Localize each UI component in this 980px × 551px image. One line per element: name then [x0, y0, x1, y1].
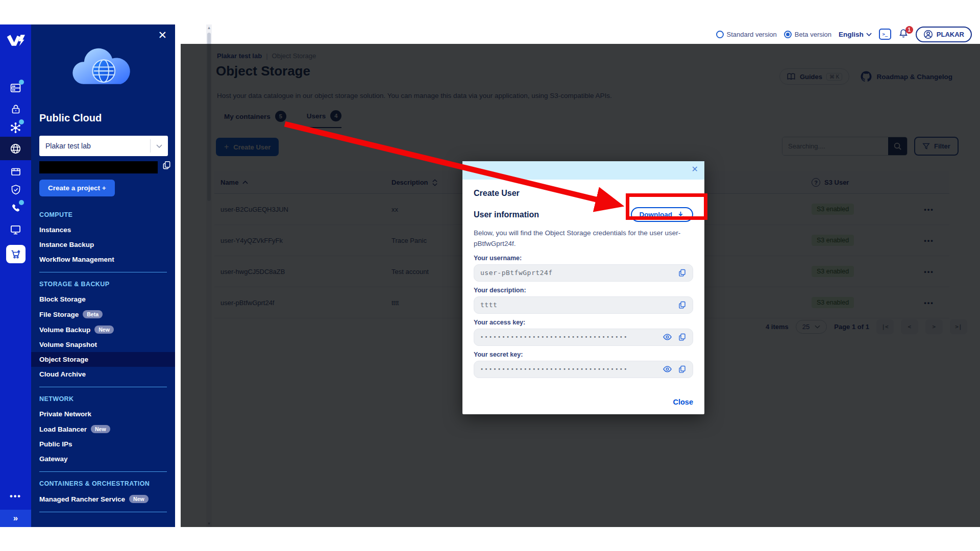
sidebar-item-private-network[interactable]: Private Network — [31, 407, 175, 421]
user-icon — [923, 30, 933, 39]
nav-item-label: File Storage — [39, 311, 79, 318]
sidebar-item-storage-box[interactable] — [0, 161, 31, 182]
rail-more-button[interactable]: ••• — [0, 486, 31, 507]
notification-dot — [19, 119, 24, 124]
credential-field: •••••••••••••••••••••••••••••••••• — [474, 329, 693, 346]
sidebar-item-public-cloud[interactable] — [0, 137, 31, 160]
nav-item-label: Managed Rancher Service — [39, 495, 125, 503]
project-selector-value: Plakar test lab — [39, 142, 150, 150]
reveal-button[interactable] — [663, 366, 672, 372]
nav-item-label: Instance Backup — [39, 241, 94, 248]
project-id-redacted — [39, 161, 158, 173]
nav-divider — [39, 272, 167, 272]
sidebar-item-block-storage[interactable]: Block Storage — [31, 292, 175, 307]
nav-divider — [39, 512, 167, 512]
ovh-logo[interactable] — [0, 24, 31, 56]
sidebar-item-volume-backup[interactable]: Volume BackupNew — [31, 322, 175, 337]
sidebar-item-object-storage[interactable]: Object Storage — [31, 352, 175, 367]
sidebar-item-instance-backup[interactable]: Instance Backup — [31, 237, 175, 252]
rail-expand-button[interactable]: » — [0, 510, 31, 527]
nav-item-label: Instances — [39, 226, 71, 234]
beta-version-label: Beta version — [795, 31, 831, 38]
nav-item-label: Load Balancer — [39, 425, 87, 433]
icon-rail: ••• » — [0, 24, 31, 527]
copy-button[interactable] — [678, 333, 687, 341]
reveal-button[interactable] — [663, 334, 672, 340]
credential-value: •••••••••••••••••••••••••••••••••• — [480, 366, 657, 372]
radio-checked-icon — [784, 31, 792, 38]
nav-item-label: Block Storage — [39, 295, 86, 303]
sidebar-item-load-balancer[interactable]: Load BalancerNew — [31, 421, 175, 437]
copy-icon[interactable] — [162, 160, 172, 172]
sidebar-item-shield[interactable] — [0, 180, 31, 200]
credential-label: Your access key: — [474, 319, 693, 326]
app-window: ••• » ✕ — [0, 24, 980, 527]
sidebar-item-instances[interactable]: Instances — [31, 222, 175, 237]
download-icon — [677, 211, 684, 218]
sidebar-item-hosting[interactable] — [0, 78, 31, 98]
top-header-bar: Standard version Beta version English >_… — [181, 24, 980, 44]
sidebar-item-workflow-management[interactable]: Workflow Management — [31, 252, 175, 267]
sidebar-item-cart[interactable] — [0, 244, 31, 264]
scroll-up-icon[interactable]: ▲ — [207, 26, 211, 30]
sidebar-item-security[interactable] — [0, 99, 31, 119]
terminal-icon[interactable]: >_ — [879, 29, 891, 40]
credential-label: Your username: — [474, 255, 693, 262]
download-button[interactable]: Download — [631, 207, 694, 222]
modal-section-title: User information — [474, 210, 539, 219]
sidebar-item-gateway[interactable]: Gateway — [31, 452, 175, 466]
sidebar-item-file-storage[interactable]: File StorageBeta — [31, 307, 175, 322]
sidebar-item-managed-rancher-service[interactable]: Managed Rancher ServiceNew — [31, 491, 175, 507]
sidebar-item-public-ips[interactable]: Public IPs — [31, 437, 175, 452]
notifications-button[interactable]: 1 — [898, 28, 909, 41]
sidebar: ✕ — [31, 24, 175, 527]
nav-item-badge: Beta — [83, 310, 103, 318]
nav-item-label: Volume Backup — [39, 326, 90, 334]
nav-divider — [39, 387, 167, 387]
sidebar-item-volume-snapshot[interactable]: Volume Snapshot — [31, 337, 175, 352]
nav-section-heading: COMPUTE — [31, 204, 175, 222]
cart-plus-icon — [6, 245, 26, 263]
nav-section-heading: NETWORK — [31, 388, 175, 407]
beta-version-radio[interactable]: Beta version — [784, 31, 831, 38]
create-project-button[interactable]: Create a project + — [39, 180, 115, 196]
copy-icon — [678, 333, 687, 341]
nav-item-label: Volume Snapshot — [39, 341, 97, 348]
nav-item-badge: New — [129, 495, 149, 503]
modal-close-icon[interactable]: ✕ — [692, 165, 698, 173]
copy-button[interactable] — [678, 365, 687, 373]
modal-header-strip: ✕ — [462, 161, 704, 180]
nav-item-label: Private Network — [39, 410, 91, 418]
credential-label: Your secret key: — [474, 351, 693, 358]
copy-icon — [678, 268, 687, 277]
chevron-down-icon — [151, 144, 168, 148]
nav-section-heading: CONTAINERS & ORCHESTRATION — [31, 473, 175, 491]
product-title: Public Cloud — [39, 112, 102, 124]
copy-button[interactable] — [678, 268, 687, 277]
sidebar-item-phone[interactable] — [0, 198, 31, 218]
nav-item-label: Cloud Archive — [39, 370, 86, 378]
sidebar-item-monitor[interactable] — [0, 219, 31, 240]
sidebar-item-cloud-archive[interactable]: Cloud Archive — [31, 367, 175, 382]
public-cloud-illustration — [31, 42, 175, 95]
language-selector[interactable]: English — [839, 31, 872, 38]
credential-field: •••••••••••••••••••••••••••••••••• — [474, 361, 693, 378]
modal-close-button[interactable]: Close — [673, 398, 694, 406]
download-label: Download — [640, 211, 673, 218]
notification-dot — [19, 200, 24, 205]
copy-button[interactable] — [678, 300, 687, 309]
nav-item-badge: New — [91, 425, 110, 433]
account-menu-button[interactable]: PLAKAR — [916, 27, 972, 42]
nav-item-label: Object Storage — [39, 356, 88, 363]
credential-field: tttt — [474, 296, 693, 314]
standard-version-radio[interactable]: Standard version — [716, 31, 777, 38]
account-name: PLAKAR — [937, 31, 964, 38]
sidebar-item-network-hub[interactable] — [0, 117, 31, 138]
copy-icon — [678, 300, 687, 309]
credential-value: •••••••••••••••••••••••••••••••••• — [480, 334, 657, 340]
chevrons-right-icon: » — [13, 513, 18, 523]
project-selector[interactable]: Plakar test lab — [39, 136, 168, 156]
credential-value: user-pBtfwGprt24f — [480, 269, 672, 277]
eye-icon — [663, 366, 672, 372]
sidebar-close-icon[interactable]: ✕ — [158, 30, 167, 40]
